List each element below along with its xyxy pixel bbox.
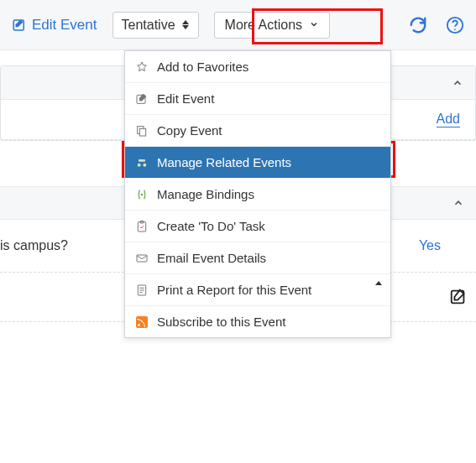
menu-item-subscribe-to-this-event[interactable]: Subscribe to this Event	[125, 306, 390, 337]
svg-point-7	[138, 163, 141, 166]
collapse-toggle-2[interactable]	[452, 197, 464, 209]
menu-item-label: Copy Event	[157, 123, 222, 138]
menu-item-email-event-details[interactable]: Email Event Details	[125, 242, 390, 274]
menu-item-label: Email Event Details	[157, 251, 266, 265]
menu-item-edit-event[interactable]: Edit Event	[125, 83, 390, 115]
svg-rect-6	[139, 128, 145, 136]
mail-icon	[135, 252, 149, 265]
menu-item-copy-event[interactable]: Copy Event	[125, 115, 390, 147]
more-actions-label: More Actions	[225, 18, 302, 33]
pencil-square-icon	[12, 18, 27, 33]
menu-item-label: Create 'To Do' Task	[157, 219, 265, 233]
star-icon	[135, 60, 149, 74]
svg-rect-9	[139, 159, 145, 162]
link-icon	[135, 156, 149, 169]
menu-item-label: Manage Related Events	[157, 155, 291, 169]
chevron-down-icon	[309, 18, 319, 33]
svg-point-2	[454, 29, 456, 30]
select-sort-icon	[182, 19, 190, 31]
add-link[interactable]: Add	[437, 112, 460, 127]
svg-rect-13	[137, 255, 147, 262]
refresh-button[interactable]	[409, 16, 427, 34]
help-button[interactable]	[446, 16, 464, 34]
rss-icon	[135, 315, 149, 329]
status-value: Tentative	[122, 18, 175, 33]
submenu-caret-icon	[375, 281, 382, 285]
edit-icon-button[interactable]	[449, 288, 468, 306]
more-actions-menu: Add to FavoritesEdit EventCopy EventMana…	[124, 50, 391, 338]
menu-item-label: Subscribe to this Event	[157, 315, 285, 329]
menu-item-manage-related-events[interactable]: Manage Related Events	[125, 147, 390, 179]
svg-point-10	[141, 193, 144, 195]
svg-point-8	[143, 163, 146, 166]
doc-icon	[135, 284, 149, 297]
pencil-icon	[135, 92, 149, 106]
toolbar: Edit Event Tentative More Actions	[0, 0, 476, 50]
menu-item-label: Manage Bindings	[157, 187, 254, 201]
menu-item-print-a-report-for-this-event[interactable]: Print a Report for this Event	[125, 274, 390, 306]
menu-item-manage-bindings[interactable]: Manage Bindings	[125, 179, 390, 211]
binding-icon	[135, 188, 149, 201]
clipboard-icon	[135, 220, 149, 233]
question-text: is campus?	[0, 238, 68, 253]
menu-item-label: Print a Report for this Event	[157, 283, 311, 297]
menu-item-create-to-do-task[interactable]: Create 'To Do' Task	[125, 211, 390, 242]
status-select[interactable]: Tentative	[112, 12, 199, 39]
edit-event-link[interactable]: Edit Event	[12, 17, 97, 34]
copy-icon	[135, 124, 149, 138]
answer-yes-link[interactable]: Yes	[419, 238, 468, 253]
edit-event-label: Edit Event	[32, 17, 97, 34]
menu-item-label: Add to Favorites	[157, 60, 248, 74]
menu-item-add-to-favorites[interactable]: Add to Favorites	[125, 51, 390, 83]
more-actions-button[interactable]: More Actions	[214, 12, 330, 39]
collapse-toggle-1[interactable]	[452, 77, 463, 89]
menu-item-label: Edit Event	[157, 91, 214, 106]
